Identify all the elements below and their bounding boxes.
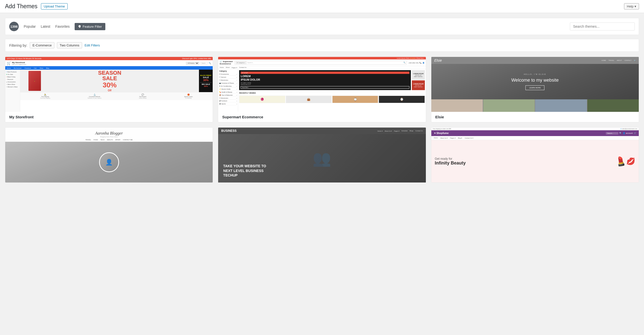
gear-icon: [78, 25, 81, 28]
theme-count-badge: 1398: [9, 22, 19, 31]
filter-tag-ecommerce: E-Commerce: [30, 42, 54, 48]
feature-filter-button[interactable]: Feature Filter: [75, 23, 105, 30]
chevron-icon: ▾: [634, 4, 636, 8]
theme-preview-business: BUSINESS Home ▾About Us ▾Pages ▾Schedule…: [218, 128, 426, 182]
theme-card-shopfume[interactable]: Free shipping on orders over $80 📧 sales…: [431, 127, 639, 183]
theme-preview-aaronha: Aaronha Blogger Blogging from Prime Idea…: [5, 128, 213, 182]
help-button[interactable]: Help ▾: [624, 3, 639, 10]
edit-filters-link[interactable]: Edit Filters: [84, 44, 100, 47]
top-bar: Add Themes Upload Theme Help ▾: [0, 0, 644, 13]
page-title: Add Themes: [5, 3, 38, 10]
theme-preview-supermart: Lorem Ipsum Dolor sit amet | Shop Now › …: [218, 57, 426, 112]
upload-theme-button[interactable]: Upload Theme: [41, 3, 68, 10]
elsie-logo: Elsie: [434, 58, 442, 62]
tab-favorites[interactable]: Favorites: [55, 24, 70, 28]
search-input[interactable]: [570, 22, 635, 30]
theme-name-supermart: Supermart Ecommerce: [218, 112, 426, 122]
tab-latest[interactable]: Latest: [41, 24, 50, 28]
themes-grid: 1474 Days 13 Hours 58 Minutes 50 Seconds…: [5, 57, 639, 183]
tabs-area: 1398 Popular Latest Favorites Feature Fi…: [9, 22, 105, 31]
tabs-search-bar: 1398 Popular Latest Favorites Feature Fi…: [5, 18, 639, 35]
theme-card-supermart[interactable]: Lorem Ipsum Dolor sit amet | Shop Now › …: [218, 57, 426, 122]
filter-bar: Filtering by: E-Commerce Two Columns Edi…: [5, 39, 639, 52]
theme-card-aaronha[interactable]: Aaronha Blogger Blogging from Prime Idea…: [5, 127, 213, 183]
theme-card-business[interactable]: BUSINESS Home ▾About Us ▾Pages ▾Schedule…: [218, 127, 426, 183]
theme-preview-shopfume: Free shipping on orders over $80 📧 sales…: [431, 128, 639, 182]
theme-card-my-storefront[interactable]: 1474 Days 13 Hours 58 Minutes 50 Seconds…: [5, 57, 213, 122]
filter-tag-two-columns: Two Columns: [57, 42, 82, 48]
tab-popular[interactable]: Popular: [24, 24, 36, 28]
page-title-area: Add Themes Upload Theme: [5, 3, 68, 10]
theme-preview-my-storefront: 1474 Days 13 Hours 58 Minutes 50 Seconds…: [5, 57, 213, 112]
theme-name-elsie: Elsie: [431, 112, 639, 122]
filter-label: Filtering by:: [9, 44, 27, 48]
main-content: 1398 Popular Latest Favorites Feature Fi…: [0, 13, 644, 188]
theme-card-elsie[interactable]: Elsie HOMETRAVELABOUTCONTACT 🔍 HELLO, I'…: [431, 57, 639, 122]
theme-name-my-storefront: My Storefront: [5, 112, 213, 122]
theme-preview-elsie: Elsie HOMETRAVELABOUTCONTACT 🔍 HELLO, I'…: [431, 57, 639, 112]
